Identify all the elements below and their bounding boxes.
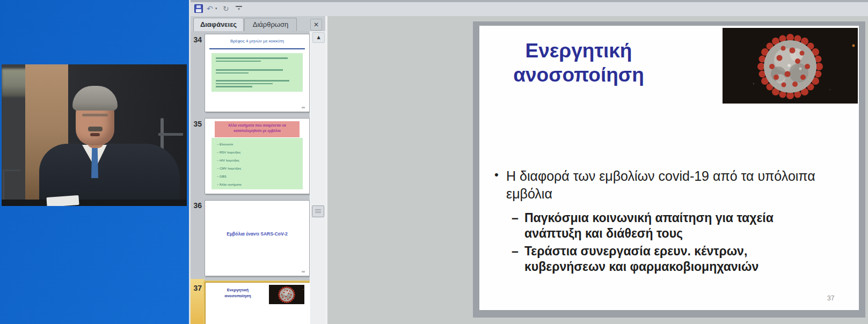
coronavirus-image[interactable] xyxy=(723,28,858,104)
current-slide[interactable]: Ενεργητική ανοσοποίηση Η διαφορά των εμβ… xyxy=(479,26,859,310)
slide-bullet[interactable]: Η διαφορά των εμβολίων covid-19 από τα υ… xyxy=(491,167,828,202)
slide-number: 37 xyxy=(827,294,834,302)
thumbnail-slide-34[interactable]: Βρέφος 4 μηνών με κοκκύτη xyxy=(205,34,310,112)
scrollbar-thumb[interactable] xyxy=(312,205,324,217)
title-rule xyxy=(209,48,305,49)
save-icon[interactable] xyxy=(194,4,203,13)
speaker-glasses xyxy=(82,114,108,116)
quick-access-toolbar: ↶ ▾ ↻ ▾ xyxy=(191,2,868,17)
thumb-text-box: Ελονοσία RSV λοιμώξεις HIV λοιμώξεις CMV… xyxy=(211,138,303,189)
thumb-title: Βρέφος 4 μηνών με κοκκύτη xyxy=(207,39,307,43)
slide-thumbnails-pane: 34 Βρέφος 4 μηνών με κοκκύτη 35 Άλλα νοσ… xyxy=(191,31,310,324)
chair-frame xyxy=(158,133,183,136)
speaker-hair xyxy=(72,86,118,111)
papers xyxy=(46,195,79,206)
customize-toolbar-icon[interactable]: ▾ xyxy=(236,6,242,12)
scroll-up-icon[interactable]: ▲ xyxy=(312,32,325,43)
speaker-video xyxy=(2,64,187,206)
slide-sub-bullet[interactable]: Τεράστια συνεργασία ερευν. κέντρων, κυβε… xyxy=(510,244,825,275)
desk-edge xyxy=(2,200,187,206)
redo-icon[interactable]: ↻ xyxy=(223,4,229,13)
powerpoint-window: ↶ ▾ ↻ ▾ Διαφάνειες Διάρθρωση ✕ 34 Βρέφος… xyxy=(189,0,868,324)
thumb-title: Ενεργητική ανοσοποίηση xyxy=(214,288,261,299)
thumbnails-scrollbar[interactable]: ▲ xyxy=(310,31,326,324)
slide-frame: Ενεργητική ανοσοποίηση Η διαφορά των εμβ… xyxy=(473,21,865,318)
close-pane-icon[interactable]: ✕ xyxy=(310,19,322,31)
pane-tab-bar: Διαφάνειες Διάρθρωση ✕ xyxy=(191,16,326,32)
speaker-tie xyxy=(91,146,98,178)
slide-canvas: Ενεργητική ανοσοποίηση Η διαφορά των εμβ… xyxy=(327,16,868,324)
thumb-page-number xyxy=(302,107,305,108)
meeting-screen: ↶ ▾ ↻ ▾ Διαφάνειες Διάρθρωση ✕ 34 Βρέφος… xyxy=(0,0,868,324)
speaker-mustache xyxy=(88,127,103,131)
thumbnail-number: 34 xyxy=(191,35,202,44)
speaker-mouth xyxy=(90,133,100,136)
slide-sub-bullet[interactable]: Παγκόσμια κοινωνική απαίτηση για ταχεία … xyxy=(510,210,825,241)
thumb-title-box: Άλλα νοσήματα που αναμένεται να καταπολε… xyxy=(215,121,300,137)
coronavirus-image xyxy=(269,285,304,304)
slide-title[interactable]: Ενεργητική ανοσοποίηση xyxy=(485,39,673,87)
undo-icon[interactable]: ↶ xyxy=(207,4,213,13)
thumbnail-slide-37[interactable]: Ενεργητική ανοσοποίηση Η διαφορά των εμβ… xyxy=(205,282,310,324)
undo-dropdown-icon[interactable]: ▾ xyxy=(215,6,217,11)
tab-outline[interactable]: Διάρθρωση xyxy=(244,18,297,31)
thumbnail-slide-35[interactable]: Άλλα νοσήματα που αναμένεται να καταπολε… xyxy=(205,118,310,194)
tab-slides[interactable]: Διαφάνειες xyxy=(193,18,244,31)
thumbnail-number: 37 xyxy=(191,284,202,292)
thumbnail-number: 36 xyxy=(191,201,202,210)
thumb-page-number xyxy=(302,271,305,273)
thumbnail-number: 35 xyxy=(191,120,202,128)
thumb-title: Εμβόλια έναντι SARS-CoV-2 xyxy=(208,231,306,237)
thumbnail-slide-36[interactable]: Εμβόλια έναντι SARS-CoV-2 xyxy=(205,200,310,276)
thumb-text-box xyxy=(211,53,303,92)
